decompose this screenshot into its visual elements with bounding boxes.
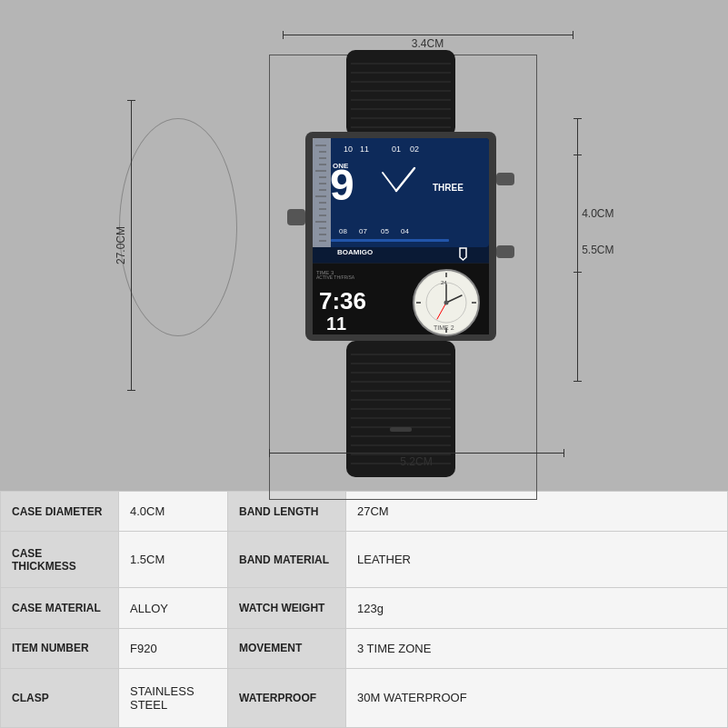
svg-text:THREE: THREE [433,183,464,193]
svg-text:04: 04 [401,227,409,235]
svg-text:9: 9 [330,161,354,209]
svg-point-66 [444,301,448,305]
spec-label-3-1: ITEM NUMBER [1,628,119,668]
spec-value-2-1: ALLOY [119,588,228,628]
svg-text:TIME 2: TIME 2 [434,324,454,331]
svg-text:05: 05 [381,227,389,235]
main-container: 3.4CM 27.0CM 4.0CM 5.5CM [0,0,728,728]
dimension-bottom: 5.2CM [269,453,564,468]
spec-label-3-2: MOVEMENT [228,628,346,668]
specs-row-2: CASE MATERIALALLOYWATCH WEIGHT123g [1,588,728,628]
specs-table: CASE DIAMETER4.0CMBAND LENGTH27CMCASE TH… [0,491,728,728]
svg-text:BOAMIGO: BOAMIGO [337,248,373,256]
svg-text:10: 10 [344,145,353,154]
svg-text:02: 02 [410,145,419,154]
dimension-top: 3.4CM [283,35,573,50]
spec-value-1-2: LEATHER [346,532,728,588]
svg-rect-10 [496,173,514,185]
left-shadow-ellipse [119,118,237,336]
spec-label-4-1: CLASP [1,668,119,727]
svg-rect-0 [346,50,455,136]
specs-row-1: CASE THICKMESS1.5CMBAND MATERIALLEATHER [1,532,728,588]
dim-right-bottom-label: 5.5CM [582,244,613,256]
dimension-left: 27.0CM [115,100,132,391]
svg-text:01: 01 [392,145,401,154]
svg-text:07: 07 [359,227,367,235]
svg-rect-12 [287,209,305,225]
specs-row-4: CLASPSTAINLESS STEELWATERPROOF30M WATERP… [1,668,728,727]
image-area: 3.4CM 27.0CM 4.0CM 5.5CM [0,0,728,491]
spec-label-2-2: WATCH WEIGHT [228,588,346,628]
watch-svg: 10 11 01 02 ONE THREE 9 08 07 [255,50,546,495]
svg-rect-11 [496,245,514,258]
svg-rect-81 [390,427,412,432]
spec-label-0-1: CASE DIAMETER [1,492,119,532]
spec-value-3-2: 3 TIME ZONE [346,628,728,668]
spec-value-4-2: 30M WATERPROOF [346,668,728,727]
dim-top-label: 3.4CM [412,37,444,50]
spec-value-1-1: 1.5CM [119,532,228,588]
svg-rect-45 [331,239,449,242]
svg-text:11: 11 [326,314,346,334]
dim-bottom-label: 5.2CM [400,455,432,468]
spec-label-1-2: BAND MATERIAL [228,532,346,588]
spec-label-2-1: CASE MATERIAL [1,588,119,628]
svg-text:ACTIVE TH/FR/SA: ACTIVE TH/FR/SA [316,274,355,280]
watch-image: 10 11 01 02 ONE THREE 9 08 07 [251,50,551,495]
spec-value-0-1: 4.0CM [119,492,228,532]
dim-left-label: 27.0CM [115,226,127,264]
svg-text:08: 08 [339,227,347,235]
spec-value-2-2: 123g [346,588,728,628]
specs-row-3: ITEM NUMBERF920MOVEMENT3 TIME ZONE [1,628,728,668]
svg-text:11: 11 [360,145,369,154]
dimension-right-bottom: 5.5CM [577,118,613,382]
spec-label-4-2: WATERPROOF [228,668,346,727]
svg-rect-15 [313,138,331,247]
svg-text:7:36: 7:36 [319,287,366,314]
watch-diagram: 3.4CM 27.0CM 4.0CM 5.5CM [110,27,619,473]
spec-value-3-1: F920 [119,628,228,668]
spec-value-4-1: STAINLESS STEEL [119,668,228,727]
spec-label-1-1: CASE THICKMESS [1,532,119,588]
